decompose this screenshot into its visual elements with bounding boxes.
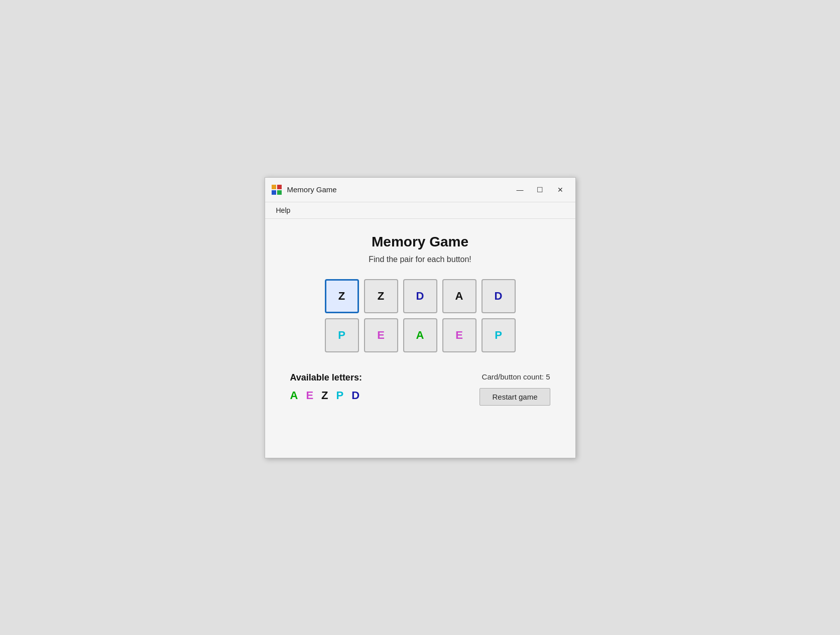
svg-rect-2: [272, 190, 276, 195]
svg-rect-0: [272, 185, 276, 189]
titlebar: Memory Game — ☐ ✕: [265, 178, 575, 202]
card-row2-1[interactable]: E: [364, 318, 398, 352]
available-letters-label: Available letters:: [290, 372, 362, 383]
card-row2-0[interactable]: P: [325, 318, 359, 352]
card-row1-4[interactable]: D: [482, 279, 516, 313]
card-count-label: Card/button count: 5: [482, 372, 550, 381]
app-window: Memory Game — ☐ ✕ Help Memory Game Find …: [265, 177, 576, 458]
card-row2-3[interactable]: E: [442, 318, 476, 352]
card-grid: ZZDAD PEAEP: [325, 279, 516, 352]
available-letters-row: AEZPD: [290, 389, 362, 402]
window-controls: — ☐ ✕: [511, 183, 569, 197]
game-subtitle: Find the pair for each button!: [369, 255, 471, 264]
card-row2-2[interactable]: A: [403, 318, 437, 352]
minimize-button[interactable]: —: [511, 183, 529, 197]
menubar: Help: [265, 202, 575, 219]
card-row1-2[interactable]: D: [403, 279, 437, 313]
restart-button[interactable]: Restart game: [479, 388, 550, 406]
menu-help[interactable]: Help: [272, 204, 295, 216]
available-letter-1: E: [306, 389, 313, 402]
bottom-section: Available letters: AEZPD Card/button cou…: [285, 372, 555, 406]
card-row1-3[interactable]: A: [442, 279, 476, 313]
available-letter-0: A: [290, 389, 298, 402]
right-section: Card/button count: 5 Restart game: [479, 372, 550, 406]
close-button[interactable]: ✕: [551, 183, 569, 197]
game-title: Memory Game: [372, 234, 468, 250]
content-area: Memory Game Find the pair for each butto…: [265, 219, 575, 426]
available-letter-3: P: [336, 389, 344, 402]
available-letter-2: Z: [321, 389, 328, 402]
card-row-2: PEAEP: [325, 318, 516, 352]
card-row1-1[interactable]: Z: [364, 279, 398, 313]
window-title: Memory Game: [287, 185, 511, 194]
svg-rect-3: [277, 190, 282, 195]
card-row2-4[interactable]: P: [482, 318, 516, 352]
available-letters-section: Available letters: AEZPD: [290, 372, 362, 402]
maximize-button[interactable]: ☐: [531, 183, 549, 197]
svg-rect-1: [277, 185, 282, 189]
card-row-1: ZZDAD: [325, 279, 516, 313]
available-letter-4: D: [351, 389, 359, 402]
card-row1-0[interactable]: Z: [325, 279, 359, 313]
app-icon: [271, 184, 282, 195]
